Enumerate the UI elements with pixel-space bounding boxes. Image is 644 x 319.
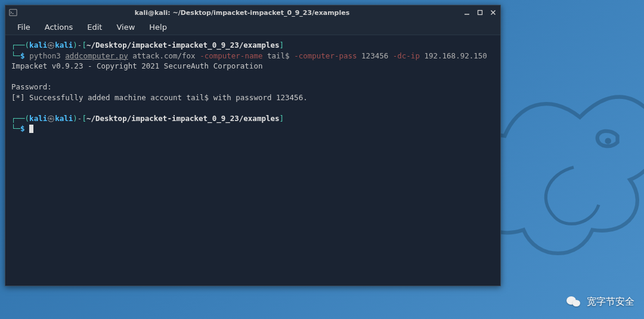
cmd-target: attack.com/fox (132, 51, 195, 60)
watermark-text: 宽字节安全 (587, 296, 634, 308)
menubar: File Actions Edit View Help (5, 20, 500, 35)
close-button[interactable] (490, 9, 497, 16)
prompt-path-close: ] (280, 41, 284, 49)
window-controls (463, 9, 497, 16)
prompt-path: ~/Desktop/impacket-impacket_0_9_23/examp… (86, 41, 280, 49)
prompt-corner-top: ┌──( (11, 41, 29, 49)
prompt-corner-bottom: └─ (11, 51, 20, 60)
cmd-script: addcomputer.py (65, 51, 128, 60)
output-password-prompt: Password: (11, 82, 494, 92)
prompt-host: kali (55, 41, 73, 49)
prompt-user: kali (29, 41, 47, 49)
output-banner: Impacket v0.9.23 - Copyright 2021 Secure… (11, 61, 494, 72)
minimize-button[interactable] (463, 9, 470, 16)
menu-file[interactable]: File (11, 21, 36, 33)
cmd-arg-computername: tail$ (267, 51, 290, 60)
minimize-icon (464, 10, 470, 16)
prompt-path-open: [ (82, 41, 86, 49)
prompt-line-1: ┌──(kali㉿kali)-[~/Desktop/impacket-impac… (11, 40, 494, 51)
svg-rect-4 (478, 11, 482, 15)
prompt-close-paren: ) (73, 41, 78, 49)
maximize-button[interactable] (476, 9, 484, 16)
menu-edit[interactable]: Edit (81, 21, 108, 33)
close-icon (490, 10, 496, 16)
terminal-body[interactable]: ┌──(kali㉿kali)-[~/Desktop/impacket-impac… (5, 35, 500, 286)
cmd-flag-computerpass: -computer-pass (294, 51, 357, 60)
cmd-flag-computername: -computer-name (200, 51, 262, 60)
cmd-arg-dcip: 192.168.92.150 (424, 51, 487, 60)
prompt-at: ㉿ (47, 41, 55, 49)
titlebar[interactable]: kali@kali: ~/Desktop/impacket-impacket_0… (5, 5, 500, 20)
wechat-icon (566, 295, 582, 308)
output-blank-2 (11, 103, 494, 113)
output-success: [*] Successfully added machine account t… (11, 92, 494, 103)
prompt-line-2: └─$ python3 addcomputer.py attack.com/fo… (11, 51, 494, 61)
menu-actions[interactable]: Actions (39, 21, 79, 33)
prompt2-line-2: └─$ (11, 123, 494, 134)
cmd-flag-dcip: -dc-ip (393, 51, 420, 60)
cmd-binary: python3 (29, 51, 61, 60)
maximize-icon (477, 10, 483, 16)
menu-view[interactable]: View (110, 21, 141, 33)
menu-help[interactable]: Help (143, 21, 173, 33)
output-blank (11, 72, 494, 82)
terminal-window: kali@kali: ~/Desktop/impacket-impacket_0… (5, 5, 501, 286)
cmd-arg-computerpass: 123456 (361, 51, 388, 60)
watermark: 宽字节安全 (566, 295, 634, 308)
terminal-icon (9, 8, 17, 17)
prompt-dollar: $ (20, 51, 25, 60)
svg-point-0 (605, 138, 612, 144)
window-title: kali@kali: ~/Desktop/impacket-impacket_0… (21, 9, 463, 17)
svg-rect-1 (10, 10, 17, 16)
cursor-block (29, 125, 33, 133)
prompt2-line-1: ┌──(kali㉿kali)-[~/Desktop/impacket-impac… (11, 113, 494, 124)
